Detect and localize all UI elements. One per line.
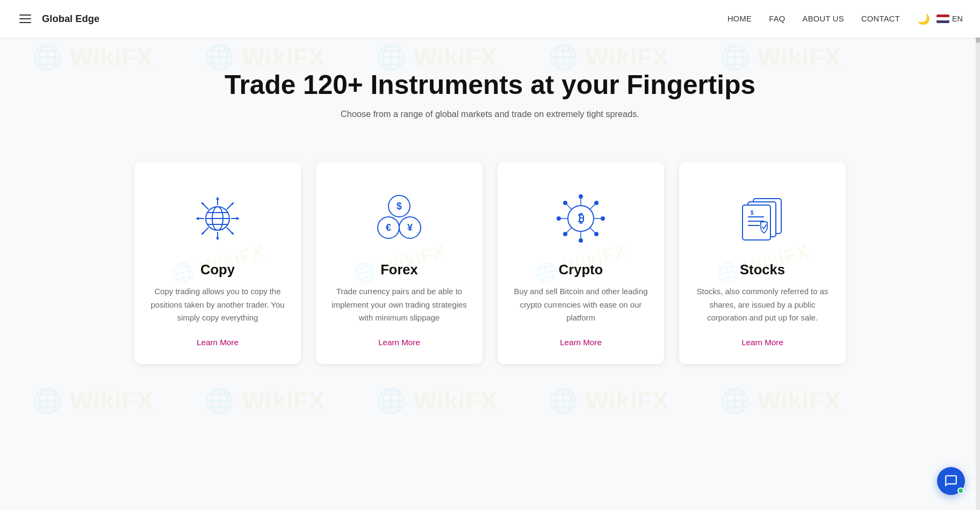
svg-marker-10 (196, 217, 199, 220)
svg-line-40 (590, 205, 595, 210)
crypto-icon-wrap: ₿ (551, 184, 610, 253)
language-label: EN (952, 14, 963, 23)
svg-text:¥: ¥ (407, 222, 413, 233)
navbar-right: HOME FAQ ABOUT US CONTACT 🌙 EN (727, 13, 963, 25)
card-stocks-learn-more[interactable]: Learn More (741, 338, 783, 347)
svg-line-13 (203, 204, 208, 209)
card-forex-learn-more[interactable]: Learn More (378, 338, 420, 347)
card-crypto-learn-more[interactable]: Learn More (560, 338, 602, 347)
svg-text:$: $ (751, 210, 754, 216)
svg-line-17 (227, 204, 232, 209)
hamburger-menu[interactable] (17, 12, 33, 25)
svg-line-19 (203, 228, 208, 233)
card-forex-desc: Trade currency pairs and be able to impl… (331, 285, 467, 325)
svg-line-15 (227, 228, 232, 233)
card-copy: 🌐 WikiFX (134, 162, 301, 364)
flag-icon (936, 14, 949, 23)
svg-line-44 (590, 228, 595, 233)
svg-line-42 (567, 228, 572, 233)
card-copy-desc: Copy trading allows you to copy the posi… (149, 285, 286, 325)
card-forex: 🌐 WikiFX $ € ¥ Forex Trade currency pair… (316, 162, 482, 364)
forex-icon: $ € ¥ (370, 189, 429, 248)
card-crypto-desc: Buy and sell Bitcoin and other leading c… (513, 285, 649, 325)
card-stocks-desc: Stocks, also commonly referred to as sha… (694, 285, 831, 325)
card-crypto: 🌐 WikiFX ₿ (498, 162, 664, 364)
card-forex-title: Forex (380, 262, 418, 278)
stocks-icon-wrap: $ (733, 184, 792, 253)
chat-icon (944, 474, 958, 488)
chat-online-indicator (957, 487, 964, 494)
svg-text:$: $ (397, 201, 402, 212)
nav-contact[interactable]: CONTACT (861, 14, 900, 23)
scrollbar[interactable] (976, 0, 980, 510)
card-copy-learn-more[interactable]: Learn More (197, 338, 239, 347)
forex-icon-wrap: $ € ¥ (370, 184, 429, 253)
card-stocks-title: Stocks (740, 262, 785, 278)
nav-home[interactable]: HOME (727, 14, 752, 23)
svg-marker-8 (216, 237, 219, 241)
cards-section: 🌐 WikiFX (0, 157, 980, 385)
dark-mode-toggle[interactable]: 🌙 (917, 13, 930, 25)
svg-point-31 (579, 238, 583, 243)
language-selector[interactable]: EN (936, 14, 963, 23)
navbar: Global Edge HOME FAQ ABOUT US CONTACT 🌙 … (0, 0, 980, 38)
svg-point-33 (557, 216, 561, 221)
svg-text:₿: ₿ (578, 212, 584, 225)
nav-about[interactable]: ABOUT US (803, 14, 844, 23)
stocks-icon: $ (733, 189, 792, 248)
navbar-left: Global Edge (17, 12, 99, 25)
hero-subtitle: Choose from a range of global markets an… (11, 109, 969, 119)
nav-icons: 🌙 EN (917, 13, 963, 25)
nav-faq[interactable]: FAQ (769, 14, 785, 23)
copy-icon-wrap (188, 184, 247, 253)
svg-marker-12 (236, 217, 240, 220)
svg-marker-6 (216, 196, 219, 200)
crypto-icon: ₿ (551, 189, 610, 248)
card-crypto-title: Crypto (559, 262, 603, 278)
svg-point-35 (601, 216, 605, 221)
card-stocks: 🌐 WikiFX $ Stocks Stocks, also co (679, 162, 846, 364)
brand-name: Global Edge (42, 13, 99, 25)
hero-title: Trade 120+ Instruments at your Fingertip… (11, 70, 969, 100)
copy-trading-icon (188, 189, 247, 248)
hero-section: Trade 120+ Instruments at your Fingertip… (0, 38, 980, 157)
chat-button[interactable] (937, 467, 965, 495)
svg-line-38 (567, 205, 572, 210)
svg-point-29 (579, 194, 583, 199)
svg-text:€: € (386, 222, 391, 233)
card-copy-title: Copy (200, 262, 235, 278)
